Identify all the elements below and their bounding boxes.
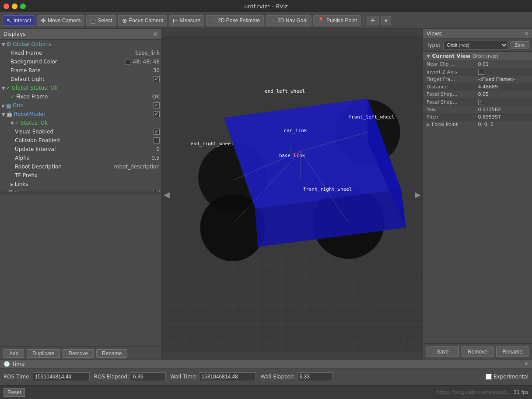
2d-pose-icon: → xyxy=(210,17,216,24)
current-view-expand[interactable]: ▼ xyxy=(427,53,430,59)
current-view-label: Current View xyxy=(432,53,470,59)
displays-header: Displays ✕ xyxy=(0,29,161,40)
tf-checkbox[interactable] xyxy=(154,190,160,191)
ros-time-input[interactable] xyxy=(33,372,90,381)
views-spacer xyxy=(423,128,532,343)
expand-links[interactable]: ▶ xyxy=(10,182,14,187)
wall-elapsed-group: Wall Elapsed: xyxy=(260,372,332,381)
default-light-checkbox[interactable] xyxy=(154,76,160,82)
toolbar-2d-nav-btn[interactable]: → 2D Nav Goal xyxy=(266,15,312,26)
ros-time-label: ROS Time: xyxy=(4,374,31,380)
views-header: Views ✕ xyxy=(423,29,532,39)
toolbar-interact-btn[interactable]: ↖ Interact xyxy=(3,15,35,26)
views-close-btn[interactable]: ✕ xyxy=(524,31,528,37)
tree-item-robotmodel: ▼ 🤖 RobotModel xyxy=(0,110,161,119)
views-remove-btn[interactable]: Remove xyxy=(462,346,494,357)
global-status-check-icon: ✓ xyxy=(6,85,10,91)
wall-elapsed-input[interactable] xyxy=(298,372,332,381)
time-title-row: 🕐 Time xyxy=(4,361,24,367)
collision-enabled-checkbox[interactable] xyxy=(154,137,160,144)
toolbar-publish-point-btn[interactable]: 📍 Publish Point xyxy=(313,15,361,26)
robot-status-label: Status: Ok xyxy=(21,120,160,126)
fixed-frame-value: base_link xyxy=(135,50,160,56)
toolbar-crosshair-btn[interactable]: ✛ xyxy=(367,16,379,25)
expand-global-options[interactable]: ▼ xyxy=(2,42,5,47)
tree-item-grid: ▶ ▦ Grid xyxy=(0,101,161,110)
empty-space xyxy=(0,195,161,347)
views-prop-row: Near Clip …0.01 xyxy=(423,60,532,68)
titlebar: urdf.rviz* - RViz xyxy=(0,0,532,12)
robot-status-icon: ✓ xyxy=(15,120,19,126)
expand-robotmodel[interactable]: ▼ xyxy=(2,112,5,117)
toolbar-2d-pose-btn[interactable]: → 2D Pose Estimate xyxy=(206,15,264,26)
svg-text:base_link: base_link xyxy=(279,153,305,158)
links-label: Links xyxy=(15,181,160,187)
expand-robot-status[interactable]: ▼ xyxy=(10,121,14,126)
crosshair-icon: ✛ xyxy=(371,18,375,24)
ff-status-icon: ✓ xyxy=(10,94,15,100)
tree-item-default-light: Default Light xyxy=(0,75,161,84)
select-icon: ⬚ xyxy=(90,17,96,24)
tree-item-fixed-frame-status: ✓ Fixed Frame OK xyxy=(0,92,161,101)
wall-time-input[interactable] xyxy=(199,372,256,381)
status-url: https://blog.csdn.net/wubaol... xyxy=(28,389,510,395)
remove-display-button[interactable]: Remove xyxy=(63,349,94,358)
default-light-label: Default Light xyxy=(10,76,152,82)
tree-item-bg-color: Background Color 48; 48; 48 xyxy=(0,57,161,66)
robot-description-value: robot_description xyxy=(114,164,160,170)
expand-icon[interactable]: ▶ xyxy=(427,122,432,127)
toolbar-move-camera-btn[interactable]: ✥ Move Camera xyxy=(37,15,84,26)
current-view-header: ▼ Current View Orbit (rviz) xyxy=(423,52,532,60)
views-title: Views xyxy=(427,31,442,37)
prop-name: Focal Shap… xyxy=(427,91,458,97)
robotmodel-icon: 🤖 xyxy=(6,111,13,117)
resize-handle[interactable] xyxy=(0,192,161,195)
views-type-select[interactable]: Orbit (rviz) xyxy=(443,41,508,49)
views-prop-row: Invert Z Axis xyxy=(423,68,532,76)
toolbar-measure-btn[interactable]: ⊢ Measure xyxy=(169,15,204,26)
displays-tree[interactable]: ▼ ⚙ Global Options Fixed Frame base_link… xyxy=(0,40,161,192)
rename-display-button[interactable]: Rename xyxy=(96,349,127,358)
experimental-checkbox[interactable] xyxy=(486,374,492,380)
expand-global-status[interactable]: ▼ xyxy=(2,86,5,91)
bg-color-value: 48; 48; 48 xyxy=(125,59,160,65)
maximize-button[interactable] xyxy=(20,4,26,9)
reset-button[interactable]: Reset xyxy=(4,388,25,397)
prop-checkbox[interactable] xyxy=(478,69,484,75)
time-close-btn[interactable]: ✕ xyxy=(524,361,528,367)
toolbar-focus-camera-btn[interactable]: ⊕ Focus Camera xyxy=(118,15,168,26)
prop-checkbox[interactable] xyxy=(478,99,484,105)
svg-text:front_left_wheel: front_left_wheel xyxy=(348,114,394,120)
ros-elapsed-input[interactable] xyxy=(131,372,166,381)
frame-rate-value: 30 xyxy=(153,67,160,74)
alpha-value: 0.5 xyxy=(151,155,160,161)
viewport-arrow-right[interactable]: ▶ xyxy=(415,190,421,199)
minimize-button[interactable] xyxy=(12,4,18,9)
experimental-row: Experimental xyxy=(486,374,528,380)
duplicate-button[interactable]: Duplicate xyxy=(27,349,60,358)
toolbar-select-btn[interactable]: ⬚ Select xyxy=(86,15,116,26)
status-fps: 31 fps xyxy=(514,389,528,395)
focus-camera-icon: ⊕ xyxy=(122,17,127,24)
grid-checkbox[interactable] xyxy=(154,102,160,108)
toolbar-dropdown-btn[interactable]: ▾ xyxy=(381,16,391,25)
views-zero-btn[interactable]: Zero xyxy=(511,41,528,49)
robotmodel-checkbox[interactable] xyxy=(154,111,160,117)
expand-grid[interactable]: ▶ xyxy=(2,103,5,108)
time-title-label: Time xyxy=(12,361,24,367)
viewport-arrow-left[interactable]: ◀ xyxy=(164,190,170,199)
tree-item-update-interval: Update Interval 0 xyxy=(0,145,161,154)
time-fields: ROS Time: ROS Elapsed: Wall Time: Wall E… xyxy=(0,368,532,385)
add-button[interactable]: Add xyxy=(4,349,24,358)
views-rename-btn[interactable]: Rename xyxy=(496,346,528,357)
displays-close-btn[interactable]: ✕ xyxy=(153,31,158,38)
close-button[interactable] xyxy=(4,4,9,9)
views-save-btn[interactable]: Save xyxy=(427,346,459,357)
views-type-row: Type: Orbit (rviz) Zero xyxy=(423,39,532,52)
measure-icon: ⊢ xyxy=(173,17,178,24)
frame-rate-label: Frame Rate xyxy=(10,67,150,74)
visual-enabled-checkbox[interactable] xyxy=(154,129,160,135)
time-header: 🕐 Time ✕ xyxy=(0,360,532,368)
views-prop-row: ▶ Focal Point0; 0; 0 xyxy=(423,121,532,128)
viewport[interactable]: end_left_wheel front_left_wheel car_link… xyxy=(162,29,423,360)
